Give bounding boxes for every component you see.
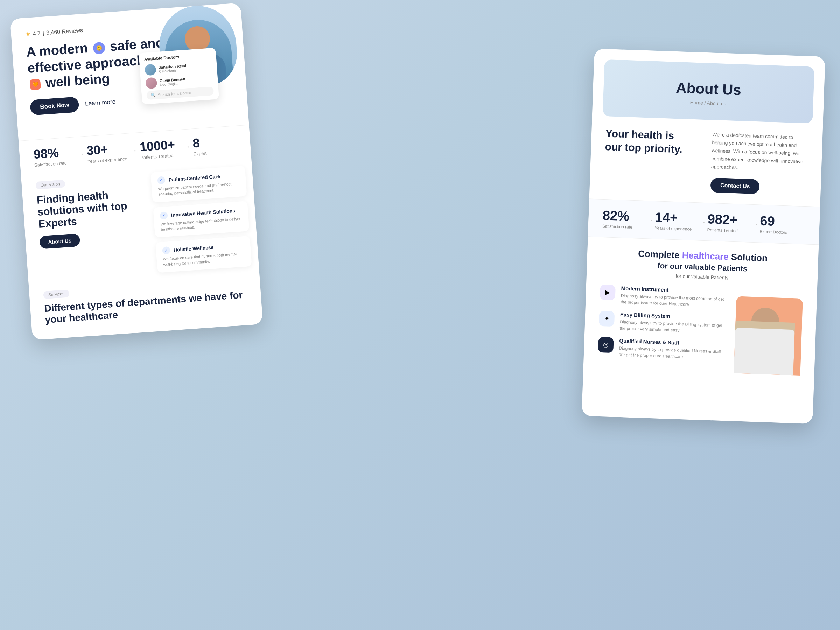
nurse-icon: ◎ — [603, 341, 609, 349]
tagline-line2: our top priority. — [605, 141, 682, 155]
doctor-avatar-2 — [145, 77, 157, 89]
stat-dot-2: · — [133, 145, 137, 156]
left-card: Available Doctors Jonathan Reed Cardiolo… — [10, 3, 263, 340]
rating-separator: | — [43, 30, 44, 36]
services-badge: Services — [43, 289, 69, 299]
doctor-figure — [734, 300, 796, 376]
about-description: We're a dedicated team committed to help… — [711, 131, 809, 174]
service-icon-3: ◎ — [598, 337, 614, 353]
search-placeholder: Search for a Doctor — [158, 90, 191, 97]
service-desc-1: Diagnosy always try to provide the most … — [621, 293, 726, 309]
about-stat-num-4: 69 — [760, 213, 806, 230]
contact-us-button[interactable]: Contact Us — [710, 178, 760, 194]
service-desc-3: Diagnosy always try to provide qualified… — [619, 345, 724, 361]
doctor-avatar-1 — [145, 64, 156, 76]
stat-dot-1: · — [80, 148, 84, 159]
stat-satisfaction: 98% Satisfaction rate — [33, 144, 78, 168]
right-card: About Us Home / About us Your health is … — [582, 49, 825, 424]
vision-title: Finding health solutions with top Expert… — [36, 188, 133, 230]
doctor-item: Jonathan Reed Cardiologist — [145, 60, 212, 76]
billing-icon: ✦ — [604, 315, 610, 323]
hero-line4: well being — [45, 71, 110, 90]
healthcare-section: Complete Healthcare Solutionfor our valu… — [583, 237, 819, 386]
doctor-coat — [734, 328, 794, 376]
stat-num-4: 8 — [192, 133, 237, 151]
stat-num-1: 98% — [33, 144, 77, 162]
search-icon: 🔍 — [150, 93, 156, 98]
about-dot-3: · — [755, 218, 758, 229]
rating-score: 4.7 — [33, 30, 41, 37]
doctor-image-area: Available Doctors Jonathan Reed Cardiolo… — [150, 3, 246, 93]
about-dot-2: · — [703, 216, 706, 227]
about-us-button[interactable]: About Us — [39, 234, 80, 249]
about-stat-label-1: Satisfaction rate — [602, 224, 648, 230]
about-dot-1: · — [650, 215, 653, 226]
about-stat-num-3: 982+ — [707, 212, 753, 229]
star-icon: ★ — [25, 30, 31, 38]
service-item-3: ◎ Qualified Nurses & Staff Diagnosy alwa… — [598, 337, 725, 362]
stat-experts: 8 Expert — [192, 133, 237, 157]
stat-num-2: 30+ — [86, 141, 131, 158]
about-stat-label-4: Expert Doctors — [759, 229, 805, 236]
heart-icon: 🧡 — [30, 79, 41, 90]
stat-dot-3: · — [186, 141, 190, 152]
rating-reviews: 3,460 Reviews — [46, 27, 83, 36]
stat-experience: 30+ Years of experience — [86, 141, 131, 164]
about-stat-4: 69 Expert Doctors — [759, 213, 806, 236]
feature-name-3: Holistic Wellness — [173, 245, 214, 253]
about-stat-label-3: Patients Treated — [707, 227, 753, 234]
about-stat-3: 982+ Patients Treated — [707, 212, 753, 234]
tagline-line1: Your health is — [605, 127, 674, 141]
emoji-icon: 😊 — [93, 42, 105, 54]
available-doctors-card: Available Doctors Jonathan Reed Cardiolo… — [139, 47, 219, 104]
service-item-2: ✦ Easy Billing System Diagnosy always tr… — [598, 311, 725, 335]
services-title: Different types of departments we have f… — [44, 289, 248, 325]
check-icon-1: ✓ — [157, 176, 165, 184]
stat-patients: 1000+ Patients Treated — [139, 136, 184, 160]
about-page-title: About Us — [617, 77, 800, 101]
about-stat-2: 14+ Years of experience — [655, 210, 701, 232]
play-icon: ▶ — [605, 289, 610, 297]
vision-badge: Our Vision — [35, 180, 65, 189]
about-header: About Us Home / About us — [603, 60, 815, 123]
check-icon-2: ✓ — [159, 212, 167, 219]
feature-card-2: ✓ Innovative Health Solutions We leverag… — [153, 201, 249, 238]
about-content: Your health is our top priority. We're a… — [589, 116, 823, 207]
service-icon-2: ✦ — [599, 311, 615, 327]
feature-name-2: Innovative Health Solutions — [171, 208, 235, 218]
about-stat-1: 82% Satisfaction rate — [602, 208, 649, 230]
about-stat-num-2: 14+ — [655, 210, 701, 227]
features-section: ✓ Patient-Centered Care We prioritize pa… — [143, 159, 259, 278]
check-icon-3: ✓ — [162, 246, 170, 254]
about-tagline: Your health is our top priority. — [605, 127, 702, 156]
vision-section: Our Vision Finding health solutions with… — [21, 167, 151, 287]
feature-card-3: ✓ Holistic Wellness We focus on care tha… — [155, 236, 252, 273]
stat-num-3: 1000+ — [139, 136, 184, 154]
about-doctor-photo — [730, 289, 803, 376]
doctor-search-bar[interactable]: 🔍 Search for a Doctor — [146, 87, 214, 100]
doctor-item-2: Olivia Bennett Neurologist — [145, 73, 213, 89]
about-stat-label-2: Years of experience — [655, 226, 700, 232]
service-item-1: ▶ Modern Instrument Diagnosy always try … — [600, 284, 726, 309]
book-now-button[interactable]: Book Now — [30, 96, 79, 115]
feature-name-1: Patient-Centered Care — [168, 173, 220, 182]
about-stat-num-1: 82% — [602, 208, 649, 225]
learn-more-button[interactable]: Learn more — [85, 98, 116, 107]
hero-line1: A modern — [26, 41, 88, 60]
service-icon-1: ▶ — [600, 284, 616, 301]
feature-card-1: ✓ Patient-Centered Care We prioritize pa… — [150, 166, 247, 202]
service-desc-2: Diagnosy always try to provide the Billi… — [619, 319, 725, 335]
